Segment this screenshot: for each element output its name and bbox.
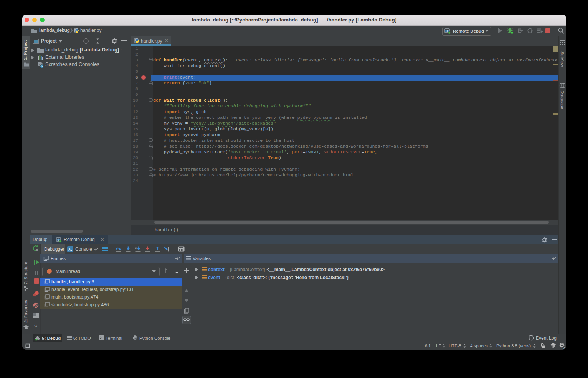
- svg-text:?: ?: [563, 346, 565, 349]
